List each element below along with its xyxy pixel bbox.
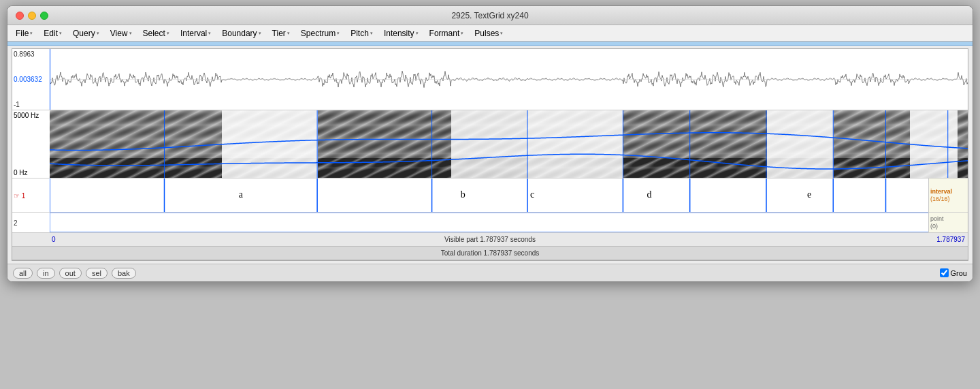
menu-pulses[interactable]: Pulses ▾ [469, 25, 508, 41]
waveform-top-label: 0.8963 [14, 50, 48, 58]
point-value: (0) [930, 223, 966, 230]
sel-button[interactable]: sel [86, 268, 108, 279]
traffic-lights [16, 12, 48, 20]
maximize-button[interactable] [40, 12, 48, 20]
tier2-canvas[interactable] [50, 213, 968, 232]
time-left: 0 [52, 236, 56, 243]
menu-view[interactable]: View ▾ [105, 25, 137, 41]
time-right: 1.787937 [936, 236, 965, 243]
spec-top-label: 5000 Hz [14, 112, 39, 119]
group-label: Grou [951, 269, 967, 277]
interval-label: interval [930, 188, 966, 195]
menu-spectrum[interactable]: Spectrum ▾ [295, 25, 345, 41]
in-button[interactable]: in [37, 268, 55, 279]
main-panel[interactable]: 0.8963 0.003632 -1 1.787937 5000 Hz 0 Hz… [12, 48, 968, 261]
menu-select[interactable]: Select ▾ [137, 25, 175, 41]
chevron-down-icon: ▾ [129, 31, 132, 36]
total-duration: Total duration 1.787937 seconds [12, 247, 968, 260]
menu-edit[interactable]: Edit ▾ [38, 25, 67, 41]
chevron-down-icon: ▾ [167, 31, 169, 36]
tier1-canvas[interactable] [50, 178, 968, 212]
waveform-canvas[interactable] [50, 49, 968, 110]
tier1-label: ☞ 1 [14, 191, 48, 199]
bottom-bar: all in out sel bak Grou [7, 264, 973, 281]
menu-pitch[interactable]: Pitch ▾ [345, 25, 378, 41]
minimize-button[interactable] [28, 12, 36, 20]
close-button[interactable] [16, 12, 24, 20]
menu-boundary[interactable]: Boundary ▾ [216, 25, 266, 41]
chevron-down-icon: ▾ [259, 31, 261, 36]
chevron-down-icon: ▾ [370, 31, 373, 36]
group-checkbox[interactable] [940, 268, 949, 277]
cursor-line [50, 49, 50, 110]
spectrogram-canvas[interactable] [50, 110, 968, 178]
main-window: 2925. TextGrid xy240 File ▾ Edit ▾ Query… [7, 5, 973, 282]
tier2-label: 2 [14, 219, 48, 226]
window-title: 2925. TextGrid xy240 [451, 11, 528, 20]
right-info-panel-2: point (0) [928, 213, 968, 232]
title-bar: 2925. TextGrid xy240 [7, 6, 973, 25]
selection-bar [7, 42, 973, 46]
chevron-down-icon: ▾ [461, 31, 463, 36]
waveform-mid-label: 0.003632 [14, 76, 48, 83]
time-center: Visible part 1.787937 seconds [444, 236, 536, 243]
menu-interval[interactable]: Interval ▾ [175, 25, 216, 41]
chevron-down-icon: ▾ [287, 31, 290, 36]
waveform-bottom-label: -1 [14, 101, 48, 108]
point-label: point [930, 215, 966, 222]
tier2-section[interactable]: 2 point (0) [12, 213, 968, 233]
menubar: File ▾ Edit ▾ Query ▾ View ▾ Select ▾ In… [7, 25, 973, 42]
chevron-down-icon: ▾ [30, 31, 33, 36]
group-checkbox-area[interactable]: Grou [940, 268, 967, 277]
tier1-section[interactable]: ☞ 1 interval (16/16) [12, 178, 968, 213]
chevron-down-icon: ▾ [416, 31, 419, 36]
chevron-down-icon: ▾ [500, 31, 503, 36]
menu-tier[interactable]: Tier ▾ [267, 25, 295, 41]
interval-value: (16/16) [930, 196, 966, 202]
all-button[interactable]: all [13, 268, 33, 279]
chevron-down-icon: ▾ [208, 31, 211, 36]
menu-intensity[interactable]: Intensity ▾ [378, 25, 424, 41]
spectrogram-labels: 5000 Hz 0 Hz [12, 110, 50, 178]
menu-formant[interactable]: Formant ▾ [424, 25, 470, 41]
chevron-down-icon: ▾ [59, 31, 62, 36]
waveform-section[interactable]: 0.8963 0.003632 -1 1.787937 [12, 49, 968, 110]
spectrogram-section[interactable]: 5000 Hz 0 Hz 500 Hz 75 Hz [12, 110, 968, 178]
menu-query[interactable]: Query ▾ [67, 25, 105, 41]
waveform-labels: 0.8963 0.003632 -1 [12, 49, 50, 110]
time-ruler: 0 Visible part 1.787937 seconds 1.787937 [12, 233, 968, 247]
bak-button[interactable]: bak [112, 268, 136, 279]
spec-bottom-label: 0 Hz [14, 169, 28, 176]
menu-file[interactable]: File ▾ [10, 25, 38, 41]
chevron-down-icon: ▾ [97, 31, 99, 36]
right-info-panel: interval (16/16) [928, 178, 968, 212]
out-button[interactable]: out [59, 268, 82, 279]
chevron-down-icon: ▾ [337, 31, 340, 36]
